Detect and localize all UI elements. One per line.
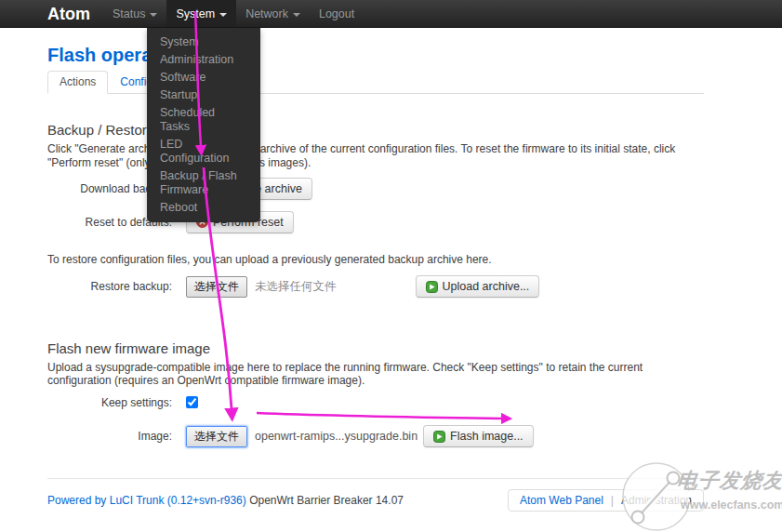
image-file-choose-button[interactable]: 选择文件 — [186, 426, 247, 447]
brand-logo[interactable]: Atom — [47, 0, 103, 27]
backup-restore-heading: Backup / Restore — [47, 122, 704, 139]
image-file-name: openwrt-ramips...ysupgrade.bin — [255, 430, 418, 443]
download-backup-row: Download backup: Generate archive — [47, 177, 704, 200]
footer-panel-box: Atom Web Panel | Administration — [508, 489, 704, 512]
main-content: Flash operations Actions Configuration B… — [0, 45, 782, 512]
menu-item-backup-flash-firmware[interactable]: Backup / Flash Firmware — [147, 167, 260, 199]
page-title: Flash operations — [47, 45, 704, 65]
nav-system[interactable]: System — [166, 0, 236, 27]
caret-down-icon — [150, 13, 157, 17]
menu-item-led-configuration[interactable]: LED Configuration — [147, 136, 260, 167]
nav-logout[interactable]: Logout — [310, 0, 364, 27]
footer-divider — [47, 478, 704, 479]
footer-separator: | — [611, 494, 614, 507]
restore-file-choose-button[interactable]: 选择文件 — [186, 276, 247, 298]
atom-web-panel-link[interactable]: Atom Web Panel — [520, 494, 603, 507]
restore-file-status: 未选择任何文件 — [255, 279, 337, 295]
keep-settings-label: Keep settings: — [47, 396, 172, 409]
flash-firmware-heading: Flash new firmware image — [47, 340, 704, 357]
administration-text: Administration — [621, 494, 692, 507]
nav-status[interactable]: Status — [103, 0, 166, 27]
nav-system-label: System — [176, 0, 215, 28]
restore-note: To restore configuration files, you can … — [47, 253, 704, 267]
flash-image-button[interactable]: Flash image... — [423, 425, 534, 447]
image-row: Image: 选择文件 openwrt-ramips...ysupgrade.b… — [47, 425, 704, 448]
navbar: Atom Status System Network Logout — [0, 0, 782, 28]
menu-item-administration[interactable]: Administration — [147, 51, 260, 69]
reset-defaults-row: Reset to defaults: Perform reset — [47, 210, 704, 233]
flash-icon — [433, 431, 445, 443]
nav-status-label: Status — [113, 0, 145, 28]
nav-logout-label: Logout — [319, 0, 354, 28]
menu-item-scheduled-tasks[interactable]: Scheduled Tasks — [147, 104, 260, 136]
menu-item-software[interactable]: Software — [147, 69, 260, 86]
upload-archive-button[interactable]: Upload archive... — [416, 275, 540, 298]
caret-down-icon — [219, 13, 227, 17]
powered-by-link[interactable]: Powered by LuCI Trunk (0.12+svn-r936) — [47, 494, 246, 507]
openwrt-version-text: OpenWrt Barrier Breaker 14.07 — [249, 494, 404, 507]
system-dropdown-menu: System Administration Software Startup S… — [147, 28, 260, 222]
tab-bar: Actions Configuration — [47, 71, 704, 94]
upload-icon — [426, 281, 438, 293]
menu-item-reboot[interactable]: Reboot — [147, 199, 260, 217]
menu-item-startup[interactable]: Startup — [147, 86, 260, 104]
caret-down-icon — [293, 13, 300, 17]
menu-item-system[interactable]: System — [147, 33, 260, 51]
nav-network[interactable]: Network — [236, 0, 310, 27]
restore-backup-row: Restore backup: 选择文件 未选择任何文件 Upload arch… — [47, 275, 704, 299]
footer: Powered by LuCI Trunk (0.12+svn-r936) Op… — [47, 489, 704, 512]
nav-network-label: Network — [245, 0, 288, 28]
flash-firmware-description: Upload a sysupgrade-compatible image her… — [47, 361, 698, 388]
flash-image-label: Flash image... — [450, 430, 524, 443]
upload-archive-label: Upload archive... — [443, 280, 530, 293]
image-label: Image: — [47, 430, 172, 443]
tab-actions[interactable]: Actions — [47, 71, 108, 94]
keep-settings-row: Keep settings: — [47, 395, 704, 410]
keep-settings-checkbox[interactable] — [186, 396, 198, 408]
restore-backup-label: Restore backup: — [47, 280, 172, 293]
backup-restore-description: Click "Generate archive" to download a t… — [47, 142, 698, 169]
